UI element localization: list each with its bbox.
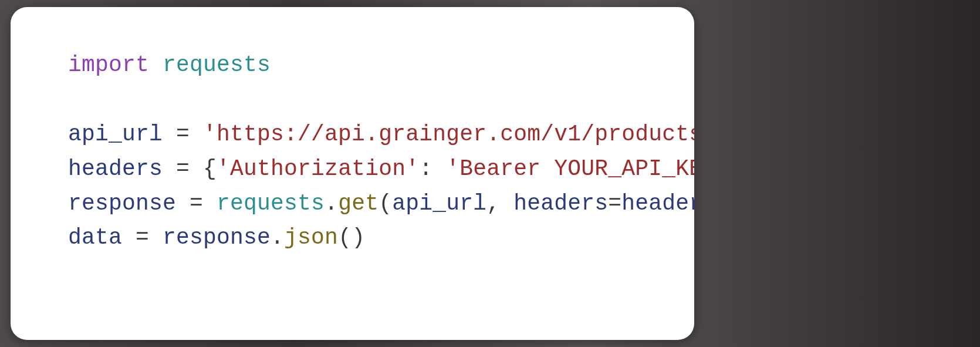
op-assign: = (176, 156, 190, 181)
arg-api-url: api_url (392, 191, 486, 216)
kwarg-headers-val: headers (621, 191, 694, 216)
op-assign: = (136, 225, 149, 250)
colon: : (419, 156, 432, 181)
method-get: get (338, 191, 379, 216)
code-card: import requests api_url = 'https://api.g… (11, 7, 694, 340)
var-data: data (68, 225, 122, 250)
var-response: response (68, 191, 176, 216)
op-assign: = (190, 191, 203, 216)
paren-open: ( (338, 225, 352, 250)
brace-open: { (203, 156, 217, 181)
paren-close: ) (352, 225, 365, 250)
string-auth-val: 'Bearer YOUR_API_KEY' (446, 156, 694, 181)
obj-requests: requests (217, 191, 325, 216)
module-requests: requests (163, 52, 271, 78)
dot: . (271, 225, 284, 250)
kwarg-eq: = (608, 191, 621, 216)
var-headers: headers (68, 156, 163, 181)
dot: . (325, 191, 338, 216)
kwarg-headers-name: headers (513, 191, 608, 216)
var-api-url: api_url (68, 122, 163, 147)
obj-response: response (163, 225, 271, 250)
code-block: import requests api_url = 'https://api.g… (68, 48, 659, 255)
method-json: json (284, 225, 338, 250)
paren-open: ( (379, 191, 392, 216)
comma: , (486, 191, 500, 216)
string-auth-key: 'Authorization' (217, 156, 419, 181)
string-api-url: 'https://api.grainger.com/v1/products' (203, 122, 694, 147)
keyword-import: import (68, 52, 149, 78)
op-assign: = (176, 122, 190, 147)
